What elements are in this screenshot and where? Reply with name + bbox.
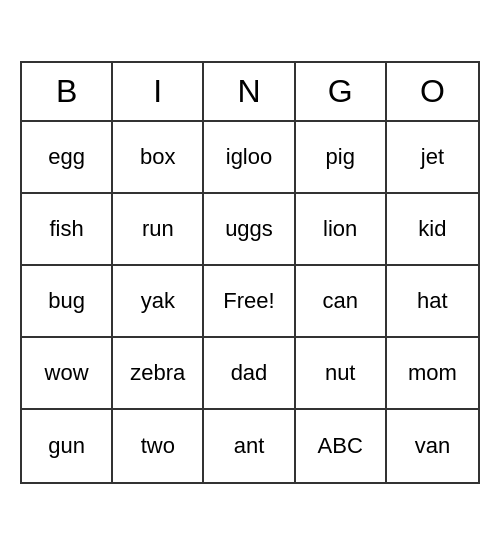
- bingo-cell-4-1: two: [113, 410, 204, 482]
- bingo-cell-1-1: run: [113, 194, 204, 264]
- bingo-cell-0-2: igloo: [204, 122, 295, 192]
- bingo-cell-3-4: mom: [387, 338, 478, 408]
- bingo-cell-0-4: jet: [387, 122, 478, 192]
- bingo-cell-1-3: lion: [296, 194, 387, 264]
- bingo-cell-2-0: bug: [22, 266, 113, 336]
- bingo-row-2: bugyakFree!canhat: [22, 266, 478, 338]
- bingo-row-3: wowzebradadnutmom: [22, 338, 478, 410]
- bingo-cell-1-2: uggs: [204, 194, 295, 264]
- bingo-body: eggboxigloopigjetfishrunuggslionkidbugya…: [22, 122, 478, 482]
- bingo-cell-2-2: Free!: [204, 266, 295, 336]
- bingo-cell-2-1: yak: [113, 266, 204, 336]
- bingo-cell-0-0: egg: [22, 122, 113, 192]
- bingo-cell-4-4: van: [387, 410, 478, 482]
- bingo-cell-1-0: fish: [22, 194, 113, 264]
- bingo-header-letter: G: [296, 63, 387, 120]
- bingo-card: BINGO eggboxigloopigjetfishrunuggslionki…: [20, 61, 480, 484]
- bingo-cell-2-4: hat: [387, 266, 478, 336]
- bingo-row-0: eggboxigloopigjet: [22, 122, 478, 194]
- bingo-cell-4-2: ant: [204, 410, 295, 482]
- bingo-cell-3-1: zebra: [113, 338, 204, 408]
- bingo-cell-0-3: pig: [296, 122, 387, 192]
- bingo-cell-1-4: kid: [387, 194, 478, 264]
- bingo-cell-3-2: dad: [204, 338, 295, 408]
- bingo-header-letter: O: [387, 63, 478, 120]
- bingo-cell-3-0: wow: [22, 338, 113, 408]
- bingo-cell-3-3: nut: [296, 338, 387, 408]
- bingo-cell-0-1: box: [113, 122, 204, 192]
- bingo-header-letter: B: [22, 63, 113, 120]
- bingo-cell-4-0: gun: [22, 410, 113, 482]
- bingo-header-letter: I: [113, 63, 204, 120]
- bingo-cell-2-3: can: [296, 266, 387, 336]
- bingo-row-4: guntwoantABCvan: [22, 410, 478, 482]
- bingo-header-letter: N: [204, 63, 295, 120]
- bingo-header: BINGO: [22, 63, 478, 122]
- bingo-cell-4-3: ABC: [296, 410, 387, 482]
- bingo-row-1: fishrunuggslionkid: [22, 194, 478, 266]
